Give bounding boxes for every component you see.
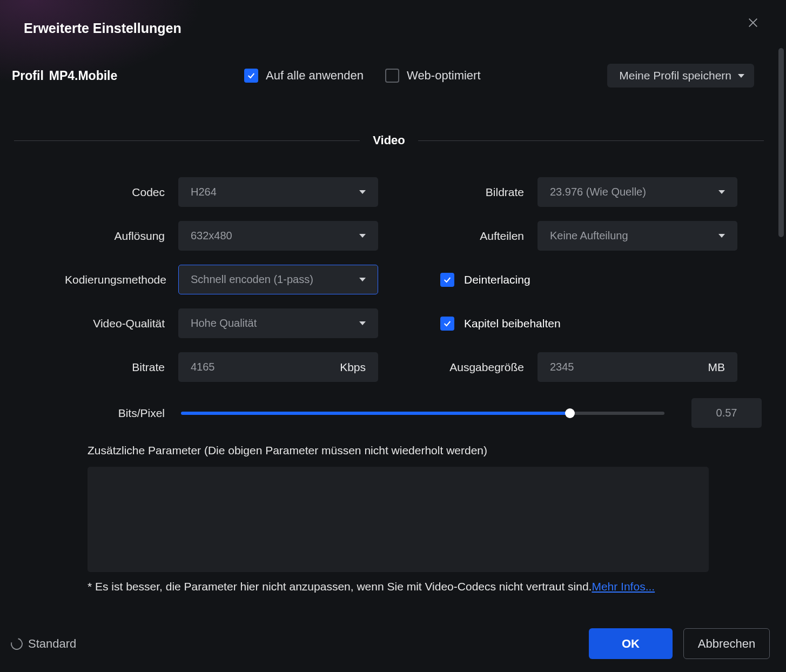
additional-params-textarea[interactable] xyxy=(88,467,709,572)
deinterlacing-checkbox[interactable] xyxy=(440,273,454,287)
output-size-value: 2345 xyxy=(550,361,574,373)
bitrate-input[interactable]: 4165 Kbps xyxy=(178,352,378,382)
resolution-label: Auflösung xyxy=(65,230,165,243)
divider xyxy=(418,140,764,141)
split-value: Keine Aufteilung xyxy=(550,230,628,242)
reset-icon xyxy=(9,635,25,651)
dialog-scrollbar[interactable] xyxy=(778,2,784,670)
web-optimized-checkbox[interactable] xyxy=(385,69,399,83)
dialog-title: Erweiterte Einstellungen xyxy=(24,21,744,36)
web-optimized-label: Web-optimiert xyxy=(407,69,481,83)
apply-all-label: Auf alle anwenden xyxy=(266,69,364,83)
bits-per-pixel-label: Bits/Pixel xyxy=(86,407,165,420)
profile-prefix: Profil xyxy=(12,69,44,83)
divider xyxy=(14,140,360,141)
note-text: * Es ist besser, die Parameter hier nich… xyxy=(88,580,592,593)
additional-params-label: Zusätzliche Parameter (Die obigen Parame… xyxy=(88,444,762,457)
resolution-value: 632x480 xyxy=(191,230,232,242)
chevron-down-icon xyxy=(738,74,744,78)
save-profile-dropdown[interactable]: Meine Profil speichern xyxy=(607,64,754,88)
profile-name: MP4.Mobile xyxy=(49,69,118,83)
quality-select[interactable]: Hohe Qualität xyxy=(178,308,378,338)
additional-params-note: * Es ist besser, die Parameter hier nich… xyxy=(88,579,709,595)
codec-select[interactable]: H264 xyxy=(178,177,378,207)
quality-label: Video-Qualität xyxy=(65,317,165,330)
chevron-down-icon xyxy=(359,321,366,325)
slider-thumb[interactable] xyxy=(565,408,575,418)
standard-label: Standard xyxy=(28,637,76,651)
framerate-select[interactable]: 23.976 (Wie Quelle) xyxy=(538,177,737,207)
ok-button[interactable]: OK xyxy=(589,628,673,659)
resolution-select[interactable]: 632x480 xyxy=(178,221,378,251)
apply-all-checkbox[interactable] xyxy=(244,69,258,83)
scrollbar-thumb[interactable] xyxy=(778,48,784,237)
profile-heading: Profil MP4.Mobile xyxy=(12,69,117,83)
output-size-label: Ausgabegröße xyxy=(424,361,524,374)
split-select[interactable]: Keine Aufteilung xyxy=(538,221,737,251)
chevron-down-icon xyxy=(359,278,366,281)
quality-value: Hohe Qualität xyxy=(191,317,257,330)
bitrate-label: Bitrate xyxy=(65,361,165,374)
bitrate-value: 4165 xyxy=(191,361,215,373)
close-icon xyxy=(747,17,759,29)
codec-label: Codec xyxy=(65,186,165,199)
bits-per-pixel-value[interactable]: 0.57 xyxy=(691,398,762,428)
output-size-unit: MB xyxy=(708,361,725,374)
keep-chapters-label: Kapitel beibehalten xyxy=(464,317,561,330)
chevron-down-icon xyxy=(359,234,366,238)
codec-value: H264 xyxy=(191,186,217,198)
check-icon xyxy=(443,275,452,284)
cancel-button[interactable]: Abbrechen xyxy=(683,628,770,659)
chevron-down-icon xyxy=(718,190,725,194)
check-icon xyxy=(247,71,256,80)
split-label: Aufteilen xyxy=(424,230,524,243)
reset-standard-button[interactable]: Standard xyxy=(11,637,76,651)
chevron-down-icon xyxy=(359,190,366,194)
close-button[interactable] xyxy=(744,14,762,31)
more-info-link[interactable]: Mehr Infos... xyxy=(592,580,655,593)
output-size-input[interactable]: 2345 MB xyxy=(538,352,737,382)
framerate-value: 23.976 (Wie Quelle) xyxy=(550,186,646,198)
check-icon xyxy=(443,319,452,328)
encoding-method-select[interactable]: Schnell encoden (1-pass) xyxy=(178,265,378,294)
chevron-down-icon xyxy=(718,234,725,238)
deinterlacing-label: Deinterlacing xyxy=(464,273,530,286)
bits-per-pixel-slider[interactable] xyxy=(181,412,664,415)
encoding-method-label: Kodierungsmethode xyxy=(65,273,165,286)
bitrate-unit: Kbps xyxy=(340,361,366,374)
encoding-method-value: Schnell encoden (1-pass) xyxy=(191,273,313,286)
framerate-label: Bildrate xyxy=(424,186,524,199)
section-title-video: Video xyxy=(360,133,418,147)
save-profile-label: Meine Profil speichern xyxy=(619,69,731,82)
keep-chapters-checkbox[interactable] xyxy=(440,317,454,331)
